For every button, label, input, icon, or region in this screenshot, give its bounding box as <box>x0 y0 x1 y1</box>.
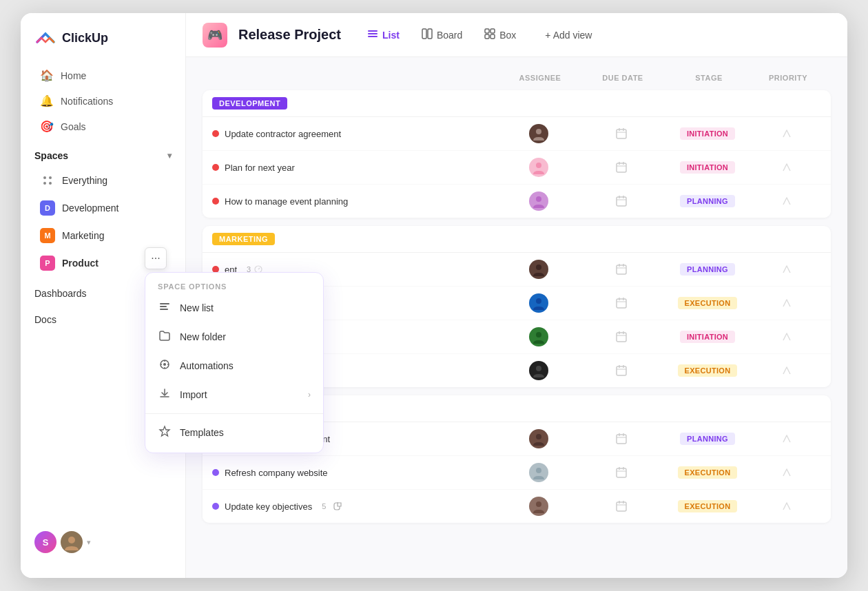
table-row[interactable]: Update contractor agreement INITIATION <box>203 117 831 151</box>
svg-rect-67 <box>617 468 626 477</box>
svg-point-45 <box>536 298 541 304</box>
stage-badge: PLANNING <box>680 195 735 207</box>
table-row[interactable]: Refresh company website EXECUTION <box>203 456 831 490</box>
sidebar-item-development-label: Development <box>62 203 119 214</box>
due-date-cell <box>580 364 663 377</box>
svg-rect-30 <box>617 163 626 172</box>
tab-box-label: Box <box>499 30 516 41</box>
top-bar: 🎮 Release Project List <box>186 13 847 57</box>
spaces-header: Spaces ▾ <box>21 139 185 167</box>
priority-cell <box>752 331 821 342</box>
stage-badge: PLANNING <box>680 263 735 276</box>
table-row[interactable]: Plan for next year INITIATION <box>203 151 831 185</box>
popup-item-templates[interactable]: Templates <box>145 418 323 447</box>
svg-point-24 <box>536 129 541 134</box>
task-dot <box>212 503 219 510</box>
user-avatar-gradient: S <box>34 531 56 553</box>
task-dot <box>212 198 219 205</box>
tab-list[interactable]: List <box>358 24 409 45</box>
stage-cell: PLANNING <box>663 433 752 445</box>
svg-rect-16 <box>368 33 378 34</box>
sidebar-item-notifications-label: Notifications <box>61 96 113 107</box>
user-menu[interactable]: S ▾ <box>34 531 91 553</box>
tab-box[interactable]: Box <box>475 24 526 45</box>
logo-area: ClickUp <box>21 27 185 63</box>
space-popup-menu: SPACE OPTIONS New list <box>145 272 324 453</box>
due-date-cell <box>580 297 663 309</box>
task-name: How to manage event planning <box>212 196 497 207</box>
development-avatar: D <box>40 200 55 216</box>
task-name: Update contractor agreement <box>212 129 497 139</box>
board-tab-icon <box>422 28 433 41</box>
svg-rect-6 <box>160 306 167 307</box>
sidebar-item-everything-label: Everything <box>62 175 107 186</box>
task-column-header <box>211 74 499 82</box>
svg-point-40 <box>536 265 541 270</box>
svg-rect-23 <box>490 34 495 39</box>
popup-import-label: Import <box>180 389 207 400</box>
new-list-icon <box>158 300 172 315</box>
svg-rect-7 <box>160 309 168 310</box>
svg-point-4 <box>68 537 75 543</box>
popup-item-new-folder[interactable]: New folder <box>145 322 323 351</box>
stage-badge: EXECUTION <box>678 500 738 512</box>
popup-item-new-list[interactable]: New list <box>145 293 323 322</box>
stage-badge: EXECUTION <box>678 466 738 479</box>
view-tabs: List Board <box>358 24 526 45</box>
popup-item-import[interactable]: Import › <box>145 380 323 409</box>
assignee-column-header: ASSIGNEE <box>499 74 581 82</box>
due-date-cell <box>580 263 663 276</box>
svg-rect-20 <box>485 29 489 33</box>
stage-badge: PLANNING <box>680 433 735 445</box>
table-row[interactable]: How to manage event planning PLANNING <box>203 185 831 218</box>
popup-section-label: SPACE OPTIONS <box>145 278 323 293</box>
table-header: ASSIGNEE DUE DATE STAGE PRIORITY <box>203 68 831 87</box>
priority-cell <box>752 298 821 309</box>
add-view-button[interactable]: + Add view <box>537 25 600 45</box>
svg-rect-22 <box>485 34 489 39</box>
stage-cell: EXECUTION <box>663 364 752 377</box>
import-icon <box>158 387 172 402</box>
stage-badge: INITIATION <box>680 127 735 140</box>
priority-cell <box>752 433 821 444</box>
list-tab-icon <box>367 28 378 41</box>
tab-board[interactable]: Board <box>412 24 472 45</box>
dots-button[interactable]: ··· <box>145 247 167 269</box>
assignee-cell <box>497 260 580 279</box>
svg-rect-25 <box>617 129 626 138</box>
priority-cell <box>752 128 821 139</box>
home-icon: 🏠 <box>40 69 54 82</box>
svg-point-2 <box>43 182 46 185</box>
sidebar-item-goals[interactable]: 🎯 Goals <box>26 114 180 138</box>
sidebar-item-marketing[interactable]: M Marketing <box>26 222 180 249</box>
stage-cell: INITIATION <box>663 127 752 140</box>
svg-rect-35 <box>617 197 626 206</box>
spaces-toggle-icon[interactable]: ▾ <box>167 151 172 160</box>
priority-cell <box>752 264 821 275</box>
stage-cell: PLANNING <box>663 195 752 207</box>
assignee-cell <box>497 327 580 346</box>
sidebar-item-development[interactable]: D Development <box>26 195 180 221</box>
stage-badge: EXECUTION <box>678 297 738 309</box>
avatar <box>529 497 548 516</box>
avatar <box>529 361 548 380</box>
assignee-cell <box>497 361 580 380</box>
svg-point-61 <box>536 434 541 439</box>
svg-point-9 <box>163 363 166 366</box>
due-date-cell <box>580 331 663 343</box>
project-icon: 🎮 <box>203 23 227 48</box>
priority-cell <box>752 196 821 207</box>
avatar <box>529 327 548 346</box>
task-dot <box>212 130 219 137</box>
assignee-cell <box>497 429 580 448</box>
sidebar-item-notifications[interactable]: 🔔 Notifications <box>26 89 180 113</box>
project-title: Release Project <box>238 27 341 43</box>
bell-icon: 🔔 <box>40 94 54 107</box>
priority-cell <box>752 467 821 478</box>
svg-point-1 <box>49 176 52 179</box>
priority-cell <box>752 162 821 173</box>
sidebar-item-everything[interactable]: Everything <box>26 167 180 194</box>
table-row[interactable]: Update key objectives 5 EXECUTION <box>203 490 831 523</box>
popup-item-automations[interactable]: Automations <box>145 351 323 380</box>
sidebar-item-home[interactable]: 🏠 Home <box>26 63 180 87</box>
